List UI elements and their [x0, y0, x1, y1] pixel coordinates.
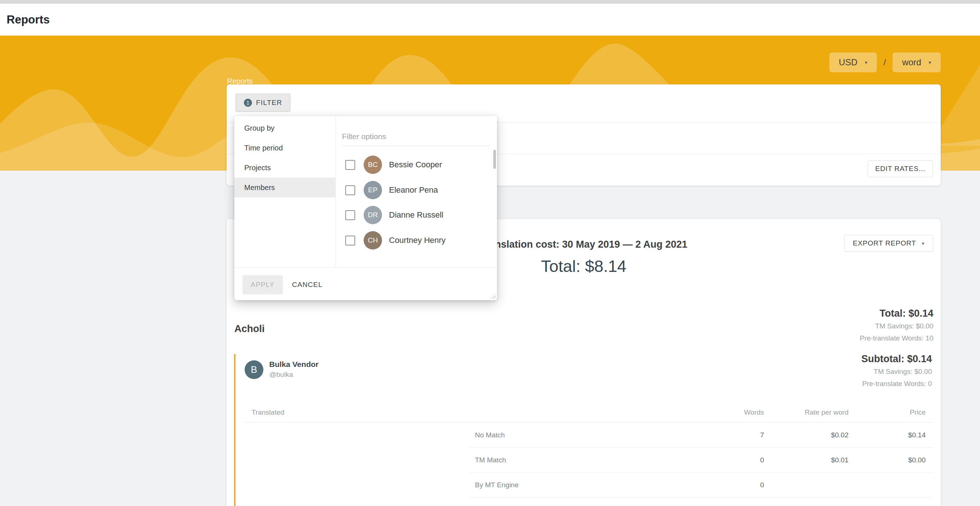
row-price: $0.00 — [848, 456, 933, 464]
language-tm-savings: TM Savings: $0.00 — [860, 322, 933, 331]
unit-separator: / — [883, 57, 886, 68]
currency-select[interactable]: USD ▾ — [829, 52, 877, 72]
row-words: 7 — [679, 431, 764, 439]
column-header-words: Words — [679, 408, 764, 416]
chevron-down-icon: ▾ — [865, 59, 867, 65]
row-label: No Match — [244, 431, 679, 439]
vendor-handle: @bulka — [269, 370, 318, 379]
member-name: Bessie Cooper — [389, 160, 442, 170]
member-checkbox[interactable] — [345, 160, 355, 170]
row-rate: $0.02 — [764, 431, 848, 439]
member-name: Dianne Russell — [389, 210, 443, 220]
chevron-down-icon: ▾ — [929, 59, 931, 65]
filter-options-search[interactable]: Filter options — [342, 132, 490, 141]
vendor-section: B Bulka Vendor @bulka Subtotal: $0.14 TM… — [234, 354, 941, 506]
row-rate: $0.01 — [764, 456, 848, 464]
filter-dropdown: Group by Time period Projects Members Fi… — [234, 116, 497, 300]
filter-menu-item-time-period[interactable]: Time period — [234, 138, 336, 158]
filter-button-label: FILTER — [256, 99, 282, 107]
unit-controls: USD ▾ / word ▾ — [829, 52, 941, 72]
member-option[interactable]: BC Bessie Cooper — [345, 155, 486, 174]
language-pretranslate-words: Pre-translate Words: 10 — [860, 333, 933, 343]
filter-button[interactable]: 1 FILTER — [235, 94, 291, 112]
member-name: Courtney Henry — [389, 236, 445, 245]
language-totals: Total: $0.14 TM Savings: $0.00 Pre-trans… — [860, 307, 933, 343]
edit-rates-button[interactable]: EDIT RATES... — [868, 160, 933, 177]
filter-menu-item-projects[interactable]: Projects — [234, 158, 336, 178]
column-header-rate: Rate per word — [764, 408, 848, 416]
member-checkbox[interactable] — [345, 236, 355, 246]
table-row: TM Match 0 $0.01 $0.00 — [244, 448, 933, 473]
member-option[interactable]: DR Dianne Russell — [345, 206, 486, 224]
filter-menu-item-members[interactable]: Members — [234, 178, 336, 197]
window-chrome-strip — [0, 0, 980, 4]
member-avatar: DR — [364, 206, 382, 224]
vendor-pretranslate-words: Pre-translate Words: 0 — [861, 379, 932, 389]
search-underline — [342, 146, 490, 146]
table-row: By MT Engine 0 — [244, 473, 933, 498]
row-label: TM Match — [244, 456, 679, 464]
member-checkbox[interactable] — [345, 210, 355, 220]
row-label: By MT Engine — [244, 481, 679, 489]
vendor-tm-savings: TM Savings: $0.00 — [861, 367, 932, 376]
app-header: Reports — [0, 4, 980, 36]
resize-handle-icon[interactable] — [490, 293, 495, 299]
vendor-subtotals: Subtotal: $0.14 TM Savings: $0.00 Pre-tr… — [861, 353, 932, 389]
unit-value: word — [902, 57, 921, 68]
search-placeholder: Filter options — [342, 132, 490, 141]
row-words: 0 — [679, 481, 764, 489]
language-heading: Acholi — [234, 323, 265, 335]
row-price: $0.14 — [848, 431, 933, 439]
member-option[interactable]: EP Eleanor Pena — [345, 181, 486, 199]
vendor-subtotal: Subtotal: $0.14 — [861, 353, 932, 365]
member-option[interactable]: CH Courtney Henry — [345, 231, 486, 249]
vendor-identity: Bulka Vendor @bulka — [269, 360, 318, 379]
language-total: Total: $0.14 — [860, 307, 933, 320]
filter-menu: Group by Time period Projects Members — [234, 116, 336, 267]
member-name: Eleanor Pena — [389, 185, 438, 195]
screen: Reports Reports ← Translation cost USD ▾… — [0, 0, 980, 506]
vendor-name: Bulka Vendor — [269, 360, 318, 369]
filter-menu-item-group-by[interactable]: Group by — [234, 118, 336, 138]
unit-select[interactable]: word ▾ — [892, 52, 941, 72]
table-row: No Match 7 $0.02 $0.14 — [244, 423, 933, 448]
apply-button[interactable]: APPLY — [242, 275, 283, 294]
member-avatar: EP — [364, 181, 382, 199]
vendor-avatar: B — [245, 360, 263, 379]
page-title: Reports — [6, 4, 49, 36]
cost-table-header: Translated Words Rate per word Price — [244, 402, 933, 423]
filter-count-badge: 1 — [244, 99, 252, 107]
cost-table: Translated Words Rate per word Price No … — [244, 402, 933, 498]
scrollbar-thumb[interactable] — [493, 150, 496, 169]
member-checkbox[interactable] — [345, 185, 355, 195]
divider — [234, 267, 497, 268]
row-words: 0 — [679, 456, 764, 464]
column-header-price: Price — [848, 408, 933, 416]
currency-value: USD — [839, 57, 858, 68]
cancel-button[interactable]: CANCEL — [292, 275, 323, 294]
column-header-translated: Translated — [244, 408, 679, 416]
member-avatar: BC — [364, 155, 382, 174]
member-avatar: CH — [364, 231, 382, 249]
